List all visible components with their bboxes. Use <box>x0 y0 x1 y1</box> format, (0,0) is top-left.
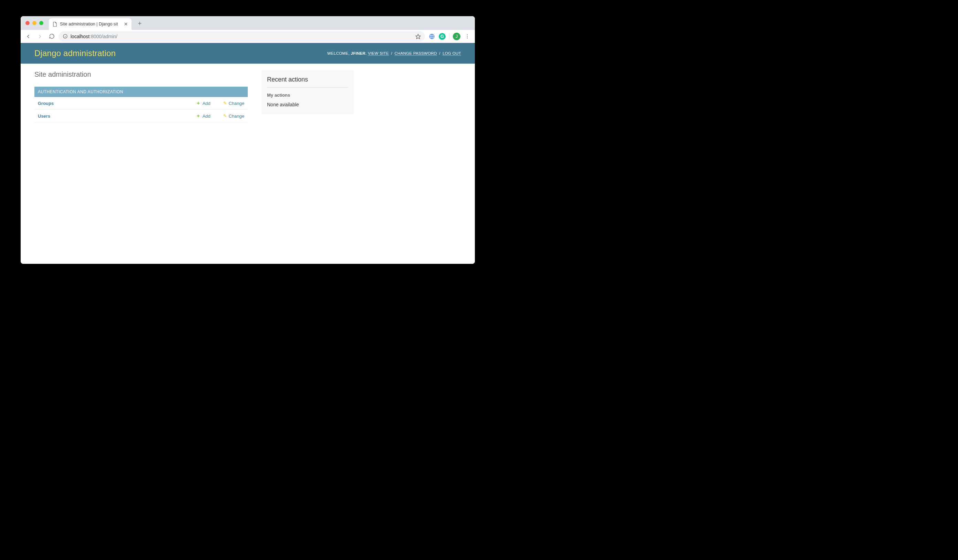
url-text: localhost:8000/admin/ <box>71 34 117 39</box>
welcome-text: WELCOME, <box>327 51 351 55</box>
grammarly-icon[interactable]: G <box>439 33 446 40</box>
browser-tab[interactable]: Site administration | Django sit ✕ <box>49 18 132 30</box>
model-link-users[interactable]: Users <box>38 114 50 119</box>
svg-point-7 <box>467 38 468 38</box>
app-caption[interactable]: AUTHENTICATION AND AUTHORIZATION <box>35 87 248 97</box>
recent-actions-heading: Recent actions <box>267 76 348 88</box>
model-row: Users ＋Add ✎Change <box>35 110 248 122</box>
django-header: Django administration WELCOME, JFINER. V… <box>21 43 475 64</box>
page-title: Site administration <box>35 71 248 78</box>
content-area: Site administration AUTHENTICATION AND A… <box>21 64 475 136</box>
separator: / <box>390 51 394 55</box>
sidebar: Recent actions My actions None available <box>262 71 354 129</box>
close-tab-button[interactable]: ✕ <box>124 21 128 27</box>
site-info-icon[interactable] <box>63 34 68 39</box>
browser-menu-button[interactable] <box>463 32 472 41</box>
profile-avatar[interactable]: J <box>453 33 460 40</box>
change-password-link[interactable]: CHANGE PASSWORD <box>395 51 437 56</box>
user-tools: WELCOME, JFINER. VIEW SITE / CHANGE PASS… <box>327 51 461 55</box>
tab-strip: Site administration | Django sit ✕ ＋ <box>21 16 475 30</box>
close-window-button[interactable] <box>25 21 30 25</box>
add-link-groups[interactable]: ＋Add <box>196 100 210 106</box>
address-bar[interactable]: localhost:8000/admin/ <box>59 31 425 42</box>
tab-title: Site administration | Django sit <box>60 22 121 27</box>
content-main: Site administration AUTHENTICATION AND A… <box>35 71 248 129</box>
back-button[interactable] <box>24 32 33 41</box>
pencil-icon: ✎ <box>223 114 227 118</box>
separator: / <box>438 51 442 55</box>
recent-actions-module: Recent actions My actions None available <box>262 71 354 114</box>
model-row: Groups ＋Add ✎Change <box>35 97 248 110</box>
maximize-window-button[interactable] <box>39 21 43 25</box>
extension-icon[interactable] <box>427 32 437 41</box>
toolbar-divider <box>449 33 449 40</box>
recent-actions-empty: None available <box>267 102 348 107</box>
app-module: AUTHENTICATION AND AUTHORIZATION Groups … <box>35 87 248 122</box>
change-link-users[interactable]: ✎Change <box>223 114 244 119</box>
view-site-link[interactable]: VIEW SITE <box>368 51 389 56</box>
reload-button[interactable] <box>47 32 56 41</box>
new-tab-button[interactable]: ＋ <box>135 18 144 28</box>
svg-point-6 <box>467 36 468 36</box>
page-icon <box>52 22 57 27</box>
page-content: Django administration WELCOME, JFINER. V… <box>21 43 475 264</box>
browser-toolbar: localhost:8000/admin/ G J <box>21 30 475 43</box>
plus-icon: ＋ <box>196 100 201 106</box>
add-link-users[interactable]: ＋Add <box>196 113 210 119</box>
branding-title: Django administration <box>35 49 116 58</box>
my-actions-heading: My actions <box>267 93 348 98</box>
minimize-window-button[interactable] <box>32 21 36 25</box>
browser-window: Site administration | Django sit ✕ ＋ loc… <box>21 16 475 264</box>
svg-point-5 <box>467 35 468 35</box>
forward-button[interactable] <box>35 32 45 41</box>
svg-marker-3 <box>416 34 420 38</box>
change-link-groups[interactable]: ✎Change <box>223 101 244 106</box>
window-controls <box>24 21 47 25</box>
plus-icon: ＋ <box>196 113 201 119</box>
bookmark-icon[interactable] <box>416 34 421 39</box>
username: JFINER <box>351 51 365 55</box>
pencil-icon: ✎ <box>223 101 227 106</box>
model-link-groups[interactable]: Groups <box>38 101 54 106</box>
log-out-link[interactable]: LOG OUT <box>443 51 461 56</box>
